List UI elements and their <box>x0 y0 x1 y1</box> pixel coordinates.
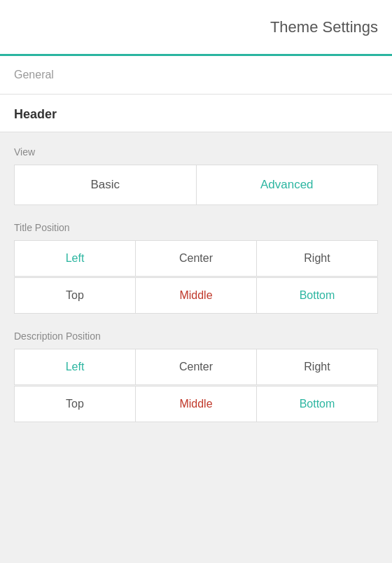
general-label: General <box>14 69 54 81</box>
advanced-button[interactable]: Advanced <box>196 165 379 205</box>
title-position-label: Title Position <box>14 222 378 233</box>
view-btn-group: Basic Advanced <box>14 165 378 205</box>
description-position-label: Description Position <box>14 331 378 342</box>
desc-bottom-button[interactable]: Bottom <box>256 386 378 422</box>
title-middle-button[interactable]: Middle <box>135 277 256 314</box>
view-label: View <box>14 146 378 158</box>
title-bottom-button[interactable]: Bottom <box>256 277 378 314</box>
description-position-row1: Left Center Right <box>14 349 378 385</box>
header-bar: Theme Settings <box>0 0 392 56</box>
title-left-button[interactable]: Left <box>14 240 135 277</box>
description-position-subsection: Description Position Left Center Right T… <box>14 331 378 422</box>
title-position-row1: Left Center Right <box>14 240 378 277</box>
header-section-label: Header <box>14 107 57 121</box>
description-position-row2: Top Middle Bottom <box>14 386 378 422</box>
desc-left-button[interactable]: Left <box>14 349 135 385</box>
desc-center-button[interactable]: Center <box>135 349 256 385</box>
basic-button[interactable]: Basic <box>14 165 196 205</box>
desc-middle-button[interactable]: Middle <box>135 386 256 422</box>
desc-right-button[interactable]: Right <box>256 349 378 385</box>
title-center-button[interactable]: Center <box>135 240 256 277</box>
header-section: Header <box>0 95 392 132</box>
main-content: View Basic Advanced Title Position Left … <box>0 132 392 453</box>
general-section: General <box>0 56 392 95</box>
desc-top-button[interactable]: Top <box>14 386 135 422</box>
title-right-button[interactable]: Right <box>256 240 378 277</box>
title-top-button[interactable]: Top <box>14 277 135 314</box>
title-position-row2: Top Middle Bottom <box>14 277 378 314</box>
title-position-subsection: Title Position Left Center Right Top Mid… <box>14 222 378 314</box>
view-subsection: View Basic Advanced <box>14 146 378 205</box>
page-title: Theme Settings <box>270 18 378 36</box>
